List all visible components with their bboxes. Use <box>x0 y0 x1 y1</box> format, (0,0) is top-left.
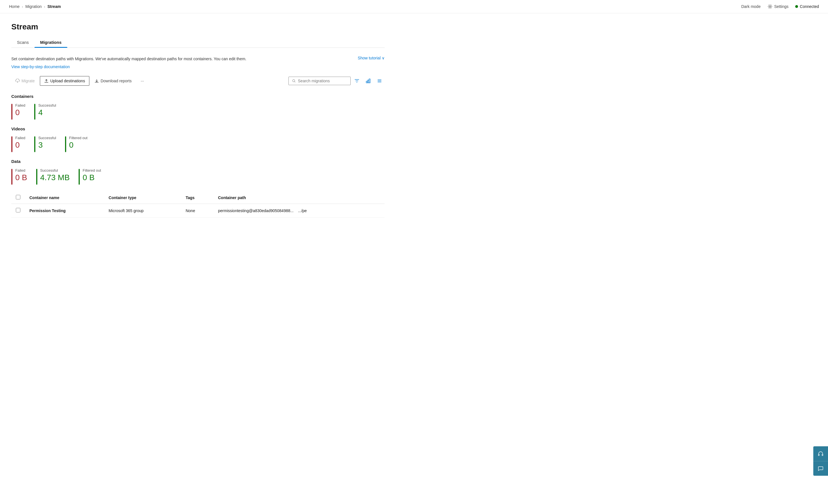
videos-failed-bar <box>11 136 12 152</box>
svg-point-0 <box>769 6 771 7</box>
toolbar: Migrate Upload destinations Download rep… <box>11 76 384 86</box>
data-filtered-value: 0 B <box>83 174 101 181</box>
dark-mode-button[interactable]: Dark mode <box>741 4 760 9</box>
cloud-upload-icon <box>15 79 20 83</box>
migrate-button[interactable]: Migrate <box>11 76 39 85</box>
filter-icon <box>354 78 360 83</box>
connected-dot-icon <box>795 5 798 8</box>
topbar: Home › Migration › Stream Dark mode Sett… <box>0 0 828 13</box>
svg-rect-3 <box>368 80 369 83</box>
containers-failed-value: 0 <box>15 109 25 117</box>
headset-icon <box>818 451 824 457</box>
upload-icon <box>44 79 49 83</box>
connected-status: Connected <box>795 4 819 9</box>
chevron-down-icon: ∨ <box>382 56 384 60</box>
videos-successful-stat: Successful 3 <box>34 136 56 152</box>
breadcrumb-home[interactable]: Home <box>9 4 19 9</box>
row-tags: None <box>181 204 213 217</box>
table-header-row: Container name Container type Tags Conta… <box>11 192 384 204</box>
header-checkbox-cell <box>11 192 25 204</box>
data-successful-value: 4.73 MB <box>40 174 70 181</box>
breadcrumb-current: Stream <box>47 4 61 9</box>
upload-destinations-button[interactable]: Upload destinations <box>40 76 89 86</box>
page-title: Stream <box>11 22 384 31</box>
videos-stats-row: Failed 0 Successful 3 Filtered out 0 <box>11 136 384 152</box>
tab-scans[interactable]: Scans <box>11 37 35 47</box>
list-icon <box>377 78 382 83</box>
containers-successful-label: Successful <box>38 103 56 108</box>
migrations-table: Container name Container type Tags Conta… <box>11 192 384 217</box>
doc-link[interactable]: View step-by-step documentation <box>11 65 70 69</box>
filter-button[interactable] <box>352 76 362 86</box>
search-input[interactable] <box>298 79 347 83</box>
header-container-path: Container path <box>213 192 384 204</box>
videos-filtered-label: Filtered out <box>69 136 87 140</box>
breadcrumb-sep-1: › <box>22 4 23 9</box>
data-failed-stat: Failed 0 B <box>11 168 27 185</box>
data-title: Data <box>11 159 384 164</box>
main-content: Stream Scans Migrations Set container de… <box>0 13 396 229</box>
containers-failed-label: Failed <box>15 103 25 108</box>
table-row: Permission Testing Microsoft 365 group N… <box>11 204 384 217</box>
show-tutorial-label: Show tutorial <box>358 56 381 60</box>
download-icon <box>94 79 99 83</box>
select-all-checkbox[interactable] <box>16 195 20 199</box>
data-filtered-stat: Filtered out 0 B <box>79 168 101 185</box>
header-container-name: Container name <box>25 192 104 204</box>
header-container-type: Container type <box>104 192 181 204</box>
description-text: Set container destination paths with Mig… <box>11 56 346 69</box>
videos-stats: Videos Failed 0 Successful 3 Filtered <box>11 126 384 152</box>
videos-successful-value: 3 <box>38 141 56 149</box>
data-filtered-bar <box>79 169 80 185</box>
videos-successful-bar <box>34 136 35 152</box>
table-section: Container name Container type Tags Conta… <box>11 192 384 217</box>
containers-successful-stat: Successful 4 <box>34 103 56 120</box>
row-container-type: Microsoft 365 group <box>104 204 181 217</box>
chart-view-button[interactable] <box>363 76 373 86</box>
videos-successful-label: Successful <box>38 136 56 140</box>
row-checkbox[interactable] <box>16 208 20 212</box>
svg-rect-4 <box>369 79 370 83</box>
search-box <box>288 77 350 85</box>
upload-destinations-label: Upload destinations <box>50 79 85 83</box>
videos-failed-label: Failed <box>15 136 25 140</box>
svg-rect-5 <box>818 454 819 456</box>
settings-button[interactable]: Settings <box>768 4 789 9</box>
svg-rect-6 <box>822 454 823 456</box>
successful-bar <box>34 104 35 120</box>
tabs: Scans Migrations <box>11 37 384 48</box>
connected-label: Connected <box>800 4 819 9</box>
migrate-label: Migrate <box>22 79 35 83</box>
data-failed-value: 0 B <box>15 174 27 181</box>
failed-bar <box>11 104 12 120</box>
data-failed-bar <box>11 169 12 185</box>
download-reports-label: Download reports <box>101 79 132 83</box>
search-icon <box>292 79 296 83</box>
more-options-button[interactable]: ··· <box>136 76 148 85</box>
topbar-right: Dark mode Settings Connected <box>741 4 819 9</box>
gear-icon <box>768 4 773 9</box>
videos-title: Videos <box>11 126 384 131</box>
list-view-button[interactable] <box>374 76 384 86</box>
header-tags: Tags <box>181 192 213 204</box>
description-paragraph: Set container destination paths with Mig… <box>11 56 266 62</box>
containers-successful-value: 4 <box>38 109 56 117</box>
containers-failed-stat: Failed 0 <box>11 103 25 120</box>
chat-icon <box>818 466 824 472</box>
show-tutorial-button[interactable]: Show tutorial ∨ <box>358 56 384 60</box>
videos-filtered-stat: Filtered out 0 <box>65 136 87 152</box>
data-stats-row: Failed 0 B Successful 4.73 MB Filtered o… <box>11 168 384 185</box>
breadcrumb: Home › Migration › Stream <box>9 4 61 9</box>
data-successful-label: Successful <box>40 168 70 172</box>
feedback-panel-button[interactable] <box>813 461 828 476</box>
download-reports-button[interactable]: Download reports <box>90 76 136 85</box>
row-container-path: permissiontesting@a830edad905084988... .… <box>213 204 384 217</box>
videos-failed-stat: Failed 0 <box>11 136 25 152</box>
help-panel-button[interactable] <box>813 446 828 461</box>
breadcrumb-migration[interactable]: Migration <box>26 4 42 9</box>
tab-migrations[interactable]: Migrations <box>35 37 67 47</box>
data-successful-bar <box>36 169 37 185</box>
settings-label: Settings <box>774 4 789 9</box>
data-filtered-label: Filtered out <box>83 168 101 172</box>
svg-rect-2 <box>366 81 367 83</box>
